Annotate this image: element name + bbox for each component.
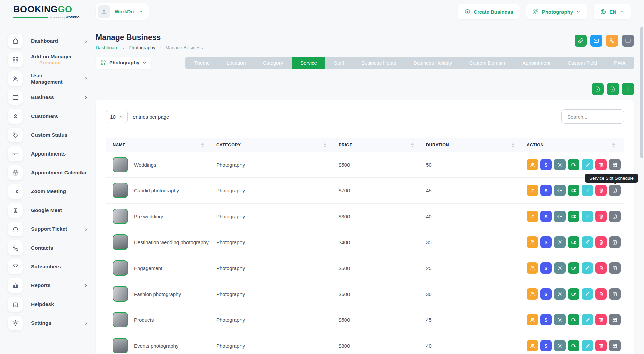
delete-button[interactable]	[595, 262, 607, 274]
sidebar-item-subscribers[interactable]: Subscribers	[0, 257, 95, 276]
meeting-button[interactable]	[568, 314, 579, 325]
tab-category[interactable]: Category	[254, 57, 292, 69]
breadcrumb-photography[interactable]: Photography	[129, 45, 155, 50]
sidebar-item-custom-status[interactable]: Custom Status	[0, 126, 95, 144]
sort-icon[interactable]	[324, 143, 326, 147]
delete-button[interactable]	[595, 236, 607, 248]
delete-button[interactable]	[595, 159, 607, 170]
meeting-button[interactable]	[568, 211, 579, 222]
slot-schedule-button[interactable]	[609, 185, 621, 196]
delete-button[interactable]	[595, 288, 607, 300]
edit-button[interactable]	[582, 159, 593, 170]
sidebar-item-google-meet[interactable]: Google Meet	[0, 201, 95, 220]
slot-schedule-button[interactable]	[609, 159, 621, 170]
tab-custom-field[interactable]: Custom Field	[559, 57, 606, 69]
business-filter-dropdown[interactable]: Photography	[96, 57, 151, 69]
meeting-button[interactable]	[568, 159, 579, 170]
staff-button[interactable]	[527, 288, 538, 300]
sidebar-item-customers[interactable]: Customers	[0, 107, 95, 126]
create-business-button[interactable]: Create Business	[458, 4, 520, 19]
staff-button[interactable]	[527, 211, 538, 222]
service-settings-button[interactable]	[554, 211, 566, 222]
staff-button[interactable]	[527, 185, 538, 196]
delete-button[interactable]	[595, 211, 607, 222]
staff-button[interactable]	[527, 262, 538, 274]
breadcrumb-dashboard[interactable]: Dashboard	[96, 45, 119, 50]
service-settings-button[interactable]	[554, 314, 566, 325]
price-button[interactable]: $	[540, 314, 552, 325]
tab-staff[interactable]: Staff	[325, 57, 353, 69]
price-button[interactable]: $	[540, 340, 552, 351]
slot-schedule-button[interactable]	[609, 288, 621, 300]
price-button[interactable]: $	[540, 262, 552, 274]
page-scrollbar[interactable]	[640, 27, 643, 158]
tab-business-holiday[interactable]: Business Holiday	[405, 57, 461, 69]
service-settings-button[interactable]	[554, 185, 566, 196]
edit-button[interactable]	[582, 236, 593, 248]
service-settings-button[interactable]	[554, 159, 566, 170]
sidebar-item-dashboard[interactable]: Dashboard	[0, 32, 95, 50]
delete-button[interactable]	[595, 185, 607, 196]
slot-schedule-button[interactable]	[609, 340, 621, 351]
service-settings-button[interactable]	[554, 236, 566, 248]
slot-schedule-button[interactable]	[609, 211, 621, 222]
slot-schedule-button[interactable]	[609, 236, 621, 248]
edit-button[interactable]	[582, 262, 593, 274]
price-button[interactable]: $	[540, 211, 552, 222]
sidebar-item-support-ticket[interactable]: Support Ticket	[0, 220, 95, 238]
add-service-button[interactable]: +	[622, 83, 634, 95]
sort-icon[interactable]	[411, 143, 414, 147]
slot-schedule-button[interactable]	[609, 262, 621, 274]
meeting-button[interactable]	[568, 236, 579, 248]
workspace-selector[interactable]: WorkDo	[96, 3, 149, 20]
meeting-button[interactable]	[568, 340, 579, 351]
payment-button[interactable]	[622, 35, 634, 47]
tab-location[interactable]: Location	[218, 57, 254, 69]
sidebar-item-reports[interactable]: Reports	[0, 276, 95, 295]
sort-icon[interactable]	[201, 143, 204, 147]
delete-button[interactable]	[595, 340, 607, 351]
tab-theme[interactable]: Theme	[185, 57, 218, 69]
download-file-button[interactable]	[607, 83, 619, 95]
edit-button[interactable]	[582, 185, 593, 196]
search-input[interactable]	[561, 109, 624, 124]
price-button[interactable]: $	[540, 236, 552, 248]
tab-pwa[interactable]: PWA	[606, 57, 634, 69]
sidebar-item-user-management[interactable]: User Management	[0, 69, 95, 88]
edit-button[interactable]	[582, 340, 593, 351]
tab-custom-domain[interactable]: Custom Domain	[461, 57, 514, 69]
edit-button[interactable]	[582, 211, 593, 222]
edit-button[interactable]	[582, 314, 593, 325]
sidebar-item-business[interactable]: Business	[0, 88, 95, 107]
service-settings-button[interactable]	[554, 288, 566, 300]
tab-business-hours[interactable]: Business Hours	[353, 57, 405, 69]
sidebar-item-contacts[interactable]: Contacts	[0, 238, 95, 257]
slot-schedule-button[interactable]	[609, 314, 621, 325]
staff-button[interactable]	[527, 159, 538, 170]
export-file-button[interactable]	[592, 83, 604, 95]
tab-appointment[interactable]: Appointment	[514, 57, 559, 69]
price-button[interactable]: $	[540, 185, 552, 196]
sort-icon[interactable]	[512, 143, 514, 147]
sidebar-item-add-on-manager[interactable]: Add-on ManagerPremium	[0, 50, 95, 69]
staff-button[interactable]	[527, 314, 538, 325]
sidebar-item-helpdesk[interactable]: Helpdesk	[0, 295, 95, 314]
send-mail-button[interactable]	[590, 35, 602, 47]
sidebar-item-zoom-meeting[interactable]: Zoom Meeting	[0, 182, 95, 201]
copy-link-button[interactable]	[575, 35, 587, 47]
meeting-button[interactable]	[568, 288, 579, 300]
service-settings-button[interactable]	[554, 262, 566, 274]
sidebar-item-appointments[interactable]: Appointments	[0, 144, 95, 163]
language-selector-button[interactable]: EN	[594, 4, 631, 19]
sidebar-item-appointment-calendar[interactable]: Appointment Calendar	[0, 163, 95, 182]
meeting-button[interactable]	[568, 185, 579, 196]
price-button[interactable]: $	[540, 288, 552, 300]
edit-button[interactable]	[582, 288, 593, 300]
call-button[interactable]	[606, 35, 618, 47]
delete-button[interactable]	[595, 314, 607, 325]
meeting-button[interactable]	[568, 262, 579, 274]
staff-button[interactable]	[527, 340, 538, 351]
service-settings-button[interactable]	[554, 340, 566, 351]
business-selector-button[interactable]: Photography	[526, 4, 587, 19]
price-button[interactable]: $	[540, 159, 552, 170]
